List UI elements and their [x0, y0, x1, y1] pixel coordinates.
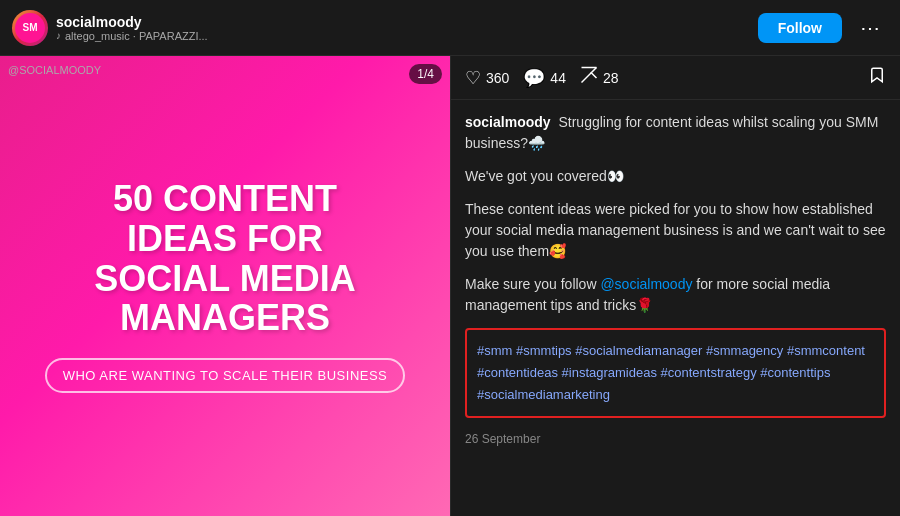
music-icon: ♪ [56, 30, 61, 41]
likes-count: 360 [486, 70, 509, 86]
like-action[interactable]: ♡ 360 [465, 67, 509, 89]
music-text: altego_music · PAPARAZZI... [65, 30, 208, 42]
title-line2: IDEAS FOR [127, 218, 323, 259]
caption-author[interactable]: socialmoody [465, 114, 551, 130]
caption-second-para: We've got you covered👀 [465, 166, 886, 187]
caption-fourth-para: Make sure you follow @socialmoody for mo… [465, 274, 886, 316]
share-action[interactable]: 28 [580, 66, 619, 89]
header-info: socialmoody ♪ altego_music · PAPARAZZI..… [56, 14, 758, 42]
title-line1: 50 CONTENT [113, 178, 337, 219]
heart-icon: ♡ [465, 67, 481, 89]
caption-first-para: socialmoody Struggling for content ideas… [465, 112, 886, 154]
action-bar: ♡ 360 💬 44 28 [451, 56, 900, 100]
post-header: SM socialmoody ♪ altego_music · PAPARAZZ… [0, 0, 900, 56]
right-panel: ♡ 360 💬 44 28 [450, 56, 900, 516]
follow-button[interactable]: Follow [758, 13, 842, 43]
post-image[interactable]: 50 CONTENT IDEAS FOR SOCIAL MEDIA MANAGE… [0, 56, 450, 516]
caption-line4-prefix: Make sure you follow [465, 276, 600, 292]
comments-count: 44 [550, 70, 566, 86]
title-line3: SOCIAL MEDIA [94, 258, 355, 299]
shares-count: 28 [603, 70, 619, 86]
avatar[interactable]: SM [12, 10, 48, 46]
post-subtitle: WHO ARE WANTING TO SCALE THEIR BUSINESS [45, 358, 406, 393]
subtext: ♪ altego_music · PAPARAZZI... [56, 30, 758, 42]
slide-counter: 1/4 [409, 64, 442, 84]
caption-area: socialmoody Struggling for content ideas… [451, 100, 900, 516]
bookmark-button[interactable] [868, 66, 886, 89]
caption-third-para: These content ideas were picked for you … [465, 199, 886, 262]
username-tag: @SOCIALMOODY [8, 64, 101, 76]
title-line4: MANAGERS [120, 297, 330, 338]
username[interactable]: socialmoody [56, 14, 758, 30]
share-icon [580, 66, 598, 89]
post-title: 50 CONTENT IDEAS FOR SOCIAL MEDIA MANAGE… [94, 179, 355, 337]
post-date: 26 September [465, 430, 886, 456]
hashtags-box: #smm #smmtips #socialmediamanager #smmag… [465, 328, 886, 418]
caption-mention[interactable]: @socialmoody [600, 276, 692, 292]
left-panel: @SOCIALMOODY 1/4 50 CONTENT IDEAS FOR SO… [0, 56, 450, 516]
content-area: @SOCIALMOODY 1/4 50 CONTENT IDEAS FOR SO… [0, 56, 900, 516]
more-button[interactable]: ⋯ [852, 12, 888, 44]
comment-icon: 💬 [523, 67, 545, 89]
avatar-inner: SM [15, 13, 45, 43]
comment-action[interactable]: 💬 44 [523, 67, 566, 89]
